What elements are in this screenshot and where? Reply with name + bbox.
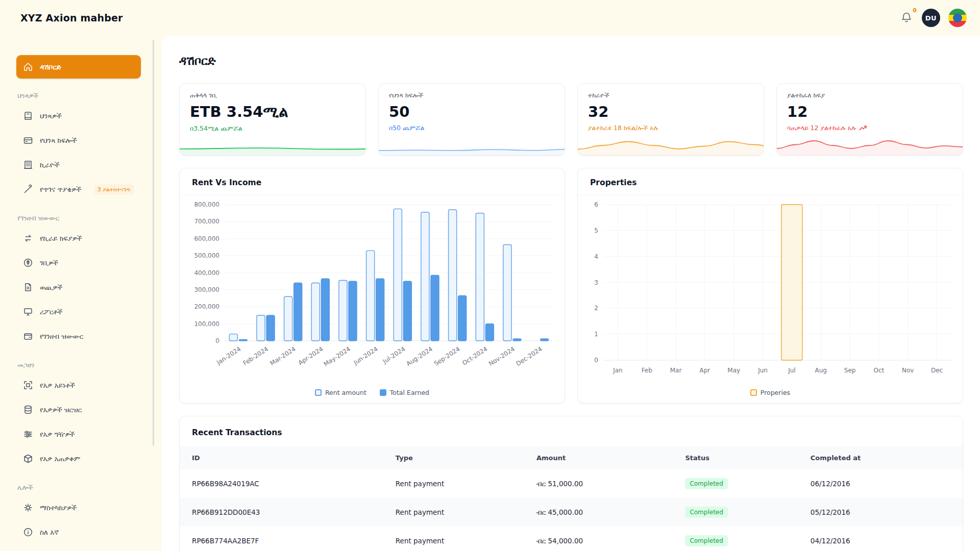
svg-text:Jan-2024: Jan-2024 (215, 345, 242, 366)
legend-label: Total Earned (390, 389, 429, 396)
bell-icon (900, 11, 913, 23)
sidebar-item[interactable]: የህንጻ ክፍሎች (16, 129, 141, 152)
legend-label: Properies (761, 389, 790, 396)
top-bar: XYZ Axion mahber 0 DU (0, 0, 980, 36)
transactions-title: Recent Transactions (180, 416, 963, 446)
cell-completed-at: 05/12/2016 (798, 498, 963, 527)
cell-status: Completed (673, 527, 798, 551)
sidebar-item[interactable]: የእቃ አይነቶች (16, 373, 141, 397)
svg-text:Aug-2024: Aug-2024 (405, 345, 434, 368)
sidebar: ዳሽቦርድህንጻዎችህንጻዎችየህንጻ ክፍሎችኪራዮችየጥገና ጥያቄዎች3 … (0, 36, 154, 551)
cell-id: RP66B912DD00E43 (180, 498, 383, 527)
monitor-icon (23, 307, 33, 317)
database-icon (23, 405, 33, 415)
sparkline-chart (180, 137, 366, 155)
cell-id: RP66B98A24019AC (180, 469, 383, 498)
units-icon (23, 135, 33, 145)
legend-item[interactable]: Properies (750, 389, 790, 396)
svg-text:Dec-2024: Dec-2024 (514, 345, 543, 367)
sidebar-section-label: የገንዘብ ዝውውር (17, 214, 59, 222)
language-flag-button[interactable] (948, 9, 967, 27)
notification-bell-button[interactable]: 0 (900, 11, 914, 24)
sidebar-item[interactable]: ኪራዮች (16, 153, 141, 177)
properties-card: Properties 0123456JanFebMarAprMayJunJulA… (577, 168, 963, 404)
legend-item[interactable]: Total Earned (380, 389, 429, 396)
cell-status: Completed (673, 498, 798, 527)
sidebar-item-label: ማስተካከያዎች (40, 504, 77, 512)
sidebar-item[interactable]: የጥገና ጥያቄዎች3 ያልተስተናገዱ (16, 178, 141, 201)
bell-icon (900, 11, 914, 23)
chevron-up-icon (132, 362, 140, 369)
svg-text:3: 3 (594, 279, 598, 286)
svg-text:Mar: Mar (670, 367, 682, 374)
sidebar-item[interactable]: ዳሽቦርድ (16, 55, 141, 79)
properties-plot: 0123456JanFebMarAprMayJunJulAugSepOctNov… (580, 197, 959, 382)
cell-id: RP66B774AA2BE7F (180, 527, 383, 551)
sidebar-item-label: ወጪዎች (40, 283, 62, 292)
notification-count-badge: 0 (913, 7, 917, 14)
sidebar-item[interactable]: የኪራይ ክፍያዎች (16, 227, 141, 250)
cell-amount: ብር 45,000.00 (524, 498, 673, 527)
sidebar-item-label: የገንዘብ ዝውውር (40, 332, 83, 341)
svg-text:Oct-2024: Oct-2024 (461, 345, 488, 367)
sidebar-section-header[interactable]: የገንዘብ ዝውውር (17, 214, 140, 222)
legend-label: Rent amount (325, 389, 366, 396)
sidebar-item[interactable]: ገቢዎች (16, 251, 141, 274)
sidebar-item-label: የእቃ ግዥዎች (40, 430, 75, 439)
svg-text:Jun: Jun (757, 367, 768, 374)
dollar-icon (23, 258, 33, 268)
column-header: ID (180, 446, 383, 469)
scan-icon (23, 380, 33, 390)
svg-text:Aug: Aug (815, 367, 827, 374)
home-icon (23, 62, 33, 72)
sliders-icon (23, 429, 33, 439)
properties-legend: Properies (578, 382, 963, 403)
page-title: ዳሽቦርድ (179, 54, 963, 68)
sidebar-item[interactable]: የእቃ ግዥዎች (16, 422, 141, 446)
sidebar-scrollbar[interactable] (153, 40, 154, 446)
sidebar-section-header[interactable]: ሌሎች (17, 484, 140, 492)
sidebar-item[interactable]: የእቃዎች ዝርዝር (16, 398, 141, 421)
chevron-up-icon (132, 92, 140, 100)
rent-vs-income-legend: Rent amountTotal Earned (180, 382, 565, 403)
sidebar-item[interactable]: ማስተካከያዎች (16, 496, 141, 519)
legend-item[interactable]: Rent amount (315, 389, 366, 396)
table-row: RP66B774AA2BE7FRent paymentብር 54,000.00C… (180, 527, 963, 551)
svg-text:Nov: Nov (902, 367, 914, 374)
sidebar-section-header[interactable]: መጋዘን (17, 361, 140, 369)
svg-text:Mar-2024: Mar-2024 (269, 345, 297, 367)
invoice-icon (23, 282, 33, 292)
box-icon (23, 454, 33, 464)
sidebar-section-header[interactable]: ህንጻዎች (17, 92, 140, 100)
rent-vs-income-chart: 0100,000200,000300,000400,000500,000600,… (182, 197, 560, 380)
stat-sparkline (379, 137, 565, 155)
properties-title: Properties (578, 168, 963, 195)
chevron-up-icon (132, 484, 140, 492)
sidebar-item[interactable]: የገንዘብ ዝውውር (16, 324, 141, 348)
rent-vs-income-plot: 0100,000200,000300,000400,000500,000600,… (182, 197, 560, 382)
svg-text:Jun-2024: Jun-2024 (352, 345, 379, 366)
svg-text:400,000: 400,000 (194, 269, 219, 277)
sidebar-item-label: ህንጻዎች (40, 112, 62, 120)
rent-vs-income-card: Rent Vs Income 0100,000200,000300,000400… (179, 168, 565, 404)
column-header: Completed at (798, 446, 963, 469)
sparkline-chart (379, 137, 565, 155)
stat-label: ጠቅላላ ገቢ (190, 91, 355, 99)
stat-value: ETB 3.54ሚል (190, 103, 355, 121)
stat-cards-row: ጠቅላላ ገቢETB 3.54ሚልበ3.54ሚል ጨምሯልየህንጻ ክፍሎች50… (179, 83, 963, 156)
sidebar-item[interactable]: ህንጻዎች (16, 104, 141, 128)
sidebar-item[interactable]: ስለ እኛ (16, 520, 141, 544)
stat-delta: በ50 ጨምሯል (389, 124, 554, 132)
pending-count-badge: 3 ያልተስተናገዱ (94, 184, 134, 195)
sidebar-item[interactable]: ሪፖርቶች (16, 300, 141, 323)
transactions-table: IDTypeAmountStatusCompleted at RP66B98A2… (180, 446, 963, 551)
stat-value: 32 (588, 103, 753, 120)
sidebar-item[interactable]: የእቃ አጠቃቀም (16, 447, 141, 470)
transfer-icon (23, 233, 33, 243)
stat-delta: ባጠቃላይ 12 ያልተከፈሉ አሉ (787, 124, 952, 132)
svg-text:Feb-2024: Feb-2024 (241, 345, 270, 367)
svg-text:6: 6 (594, 201, 598, 208)
stat-sparkline (180, 137, 365, 155)
sidebar-item[interactable]: ወጪዎች (16, 276, 141, 299)
user-avatar[interactable]: DU (922, 9, 940, 27)
